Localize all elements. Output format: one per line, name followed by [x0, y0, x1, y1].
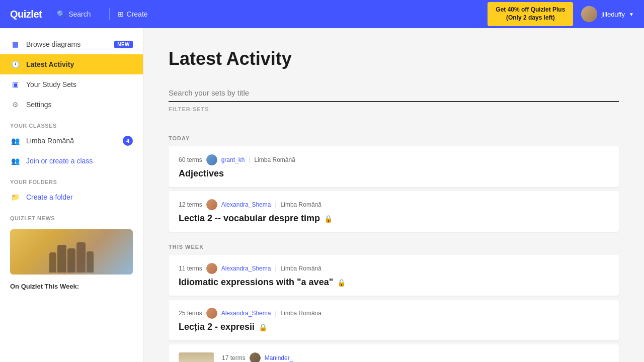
search-icon: 🔍: [57, 10, 65, 18]
gear-icon: ⚙: [10, 100, 20, 110]
beef-thumb-image: [179, 352, 214, 362]
card-title-adjectives: Adjectives: [179, 168, 609, 179]
sidebar-item-join-class[interactable]: 👥 Join or create a class: [0, 151, 143, 171]
classes-section-label: YOUR CLASSES: [0, 115, 143, 131]
layout: ▦ Browse diagrams NEW 🕐 Latest Activity …: [0, 28, 644, 362]
username-alexandra1[interactable]: Alexandra_Shema: [221, 201, 271, 208]
latest-activity-label: Latest Activity: [26, 60, 133, 68]
terms-count-lectia2-vocabular: 12 terms: [179, 201, 202, 208]
card-meta-idiomatic: 11 terms Alexandra_Shema | Limba Română: [179, 263, 609, 274]
promo-badge[interactable]: Get 40% off Quizlet Plus (Only 2 days le…: [488, 2, 573, 26]
header-right: Get 40% off Quizlet Plus (Only 2 days le…: [488, 2, 634, 26]
new-badge: NEW: [114, 41, 133, 48]
sidebar-item-latest-activity[interactable]: 🕐 Latest Activity: [0, 54, 143, 74]
filter-sets-label: FILTER SETS: [169, 106, 619, 112]
news-headline: On Quizlet This Week:: [0, 281, 143, 292]
logo[interactable]: Quizlet: [10, 9, 42, 20]
clock-icon: 🕐: [10, 59, 20, 69]
card-class-idiomatic: Limba Română: [281, 265, 321, 272]
lock-icon-2: 🔒: [337, 279, 346, 287]
create-button[interactable]: ⊞ Create: [118, 10, 148, 18]
card-title-lectia2-vocabular: Lectia 2 -- vocabular despre timp 🔒: [179, 213, 609, 224]
avatar-maninder: [250, 352, 261, 362]
card-class-lectia2-expresii: Limba Română: [281, 310, 321, 317]
news-image: [10, 229, 133, 275]
terms-count-beef: 17 terms: [222, 354, 246, 361]
your-study-sets-label: Your Study Sets: [26, 80, 133, 88]
avatar-alexandra1: [206, 199, 217, 210]
folders-section-label: YOUR FOLDERS: [0, 171, 143, 187]
class-count-badge: 4: [123, 136, 133, 146]
card-meta-lectia2-vocabular: 12 terms Alexandra_Shema | Limba Română: [179, 199, 609, 210]
user-menu[interactable]: jilleduffy ▼: [581, 6, 634, 22]
avatar-alexandra3: [206, 308, 217, 319]
class-name-label: Limba Română: [26, 137, 123, 145]
join-class-label: Join or create a class: [26, 157, 133, 165]
username-alexandra3[interactable]: Alexandra_Shema: [221, 310, 271, 317]
terms-count-lectia2-expresii: 25 terms: [179, 310, 202, 317]
browse-diagrams-label: Browse diagrams: [26, 40, 114, 48]
activity-card-idiomatic[interactable]: 11 terms Alexandra_Shema | Limba Română …: [169, 255, 619, 296]
activity-card-beef-cuts[interactable]: 17 terms Maninder_ American Beef Cuts: [169, 344, 619, 362]
sidebar: ▦ Browse diagrams NEW 🕐 Latest Activity …: [0, 28, 143, 362]
sidebar-item-browse-diagrams[interactable]: ▦ Browse diagrams NEW: [0, 34, 143, 54]
create-icon: ⊞: [118, 10, 124, 18]
search-label: Search: [68, 10, 91, 18]
page-title: Latest Activity: [169, 48, 619, 69]
chevron-down-icon: ▼: [629, 12, 634, 17]
news-section-label: QUIZLET NEWS: [0, 207, 143, 223]
card-meta-beef: 17 terms Maninder_: [222, 352, 609, 362]
lock-icon-3: 🔒: [259, 323, 267, 331]
settings-label: Settings: [26, 101, 133, 109]
card-with-thumb: 17 terms Maninder_ American Beef Cuts: [179, 352, 609, 362]
username-maninder[interactable]: Maninder_: [265, 354, 293, 361]
search-button[interactable]: 🔍 Search: [57, 10, 91, 18]
sidebar-item-create-folder[interactable]: 📁 Create a folder: [0, 187, 143, 207]
activity-card-lectia2-vocabular[interactable]: 12 terms Alexandra_Shema | Limba Română …: [169, 191, 619, 232]
avatar-grant: [206, 154, 217, 165]
username-label: jilleduffy: [601, 11, 625, 18]
card-class-adjectives: Limba Română: [255, 156, 295, 163]
create-label: Create: [127, 10, 148, 18]
activity-card-lectia2-expresii[interactable]: 25 terms Alexandra_Shema | Limba Română …: [169, 300, 619, 340]
join-class-icon: 👥: [10, 156, 20, 166]
beef-thumbnail: [179, 352, 214, 362]
folder-icon: 📁: [10, 192, 20, 202]
sidebar-item-limba-romana[interactable]: 👥 Limba Română 4: [0, 131, 143, 151]
sidebar-item-settings[interactable]: ⚙ Settings: [0, 95, 143, 115]
beef-card-content: 17 terms Maninder_ American Beef Cuts: [222, 352, 609, 362]
today-section-label: TODAY: [169, 127, 619, 146]
create-folder-label: Create a folder: [26, 193, 133, 201]
diagram-icon: ▦: [10, 39, 20, 49]
card-meta-adjectives: 60 terms grant_kh | Limba Română: [179, 154, 609, 165]
news-image-content: [10, 229, 133, 275]
card-title-idiomatic: Idiomatic expressions with "a avea" 🔒: [179, 277, 609, 288]
card-meta-lectia2-expresii: 25 terms Alexandra_Shema | Limba Română: [179, 308, 609, 319]
activity-card-adjectives[interactable]: 60 terms grant_kh | Limba Română Adjecti…: [169, 146, 619, 187]
promo-line1: Get 40% off Quizlet Plus: [496, 6, 565, 14]
search-sets-input[interactable]: [169, 84, 619, 102]
header-divider: [109, 8, 110, 20]
search-area: FILTER SETS: [169, 84, 619, 112]
sidebar-item-your-study-sets[interactable]: ▣ Your Study Sets: [0, 74, 143, 95]
class-icon: 👥: [10, 136, 20, 146]
terms-count-idiomatic: 11 terms: [179, 265, 202, 272]
this-week-section-label: THIS WEEK: [169, 236, 619, 255]
study-sets-icon: ▣: [10, 79, 20, 89]
username-alexandra2[interactable]: Alexandra_Shema: [221, 265, 271, 272]
avatar-alexandra2: [206, 263, 217, 274]
avatar: [581, 6, 597, 22]
terms-count-adjectives: 60 terms: [179, 156, 202, 163]
main-content: Latest Activity FILTER SETS TODAY 60 ter…: [143, 28, 644, 362]
card-title-lectia2-expresii: Lecția 2 - expresii 🔒: [179, 322, 609, 332]
card-class-lectia2-vocabular: Limba Română: [281, 201, 321, 208]
header: Quizlet 🔍 Search ⊞ Create Get 40% off Qu…: [0, 0, 644, 28]
lock-icon-1: 🔒: [324, 215, 333, 223]
username-grant[interactable]: grant_kh: [221, 156, 245, 163]
promo-line2: (Only 2 days left): [496, 14, 565, 22]
